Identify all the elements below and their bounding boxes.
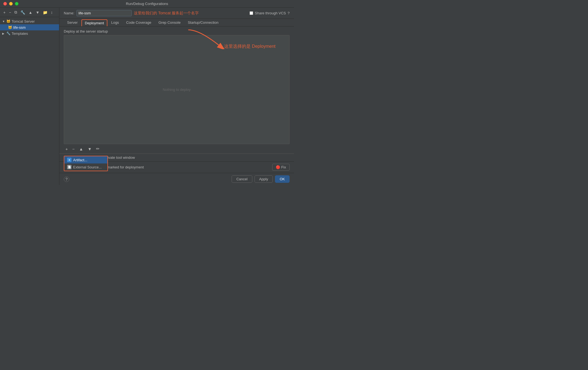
help-icon: ? <box>288 11 290 15</box>
name-bar: Name: 这里给我们的 Tomcat 服务起一个名字 Share throug… <box>59 8 294 19</box>
fix-icon: 🔴 <box>276 165 280 169</box>
sidebar-tree: ▼ 🐱 Tomcat Server 🐱 life-ssm ▶ 🔧 Templat… <box>0 17 59 185</box>
name-annotation: 这里给我们的 Tomcat 服务起一个名字 <box>134 11 199 16</box>
content-area: Name: 这里给我们的 Tomcat 服务起一个名字 Share throug… <box>59 8 294 185</box>
minimize-button[interactable] <box>9 2 13 6</box>
deploy-section: Deploy at the server startup Nothing to … <box>59 27 294 161</box>
ok-button[interactable]: OK <box>275 175 290 183</box>
sidebar-item-templates[interactable]: ▶ 🔧 Templates <box>0 30 59 36</box>
tab-code-coverage[interactable]: Code Coverage <box>123 19 155 26</box>
sidebar-item-tomcat-server[interactable]: ▼ 🐱 Tomcat Server <box>0 18 59 24</box>
tomcat-icon: 🐱 <box>6 19 10 23</box>
remove-config-button[interactable]: − <box>8 10 12 15</box>
deployment-annotation-container: 这里选择的是 Deployment <box>224 44 276 49</box>
traffic-lights <box>3 2 18 6</box>
expand-arrow-icon: ▼ <box>2 20 5 23</box>
title-bar: Run/Debug Configurations <box>0 0 294 8</box>
move-down-button[interactable]: ▼ <box>35 10 41 15</box>
deploy-up-button[interactable]: ▲ <box>78 146 85 152</box>
name-input[interactable] <box>76 10 132 16</box>
templates-icon: 🔧 <box>6 31 10 36</box>
sidebar-item-life-ssm[interactable]: 🐱 life-ssm <box>0 24 59 30</box>
main-layout: + − ⧉ 🔧 ▲ ▼ 📁 ↕ ▼ 🐱 Tomcat Server 🐱 life… <box>0 8 294 185</box>
maximize-button[interactable] <box>15 2 18 6</box>
fix-label: Fix <box>281 165 286 169</box>
deploy-add-button[interactable]: + <box>64 146 70 152</box>
deploy-remove-button[interactable]: − <box>71 146 76 152</box>
settings-button[interactable]: 🔧 <box>19 10 26 15</box>
dropdown-item-artifact[interactable]: ✦ Artifact... <box>64 156 107 163</box>
artifact-label: Artifact... <box>73 158 87 162</box>
deployment-annotation: 这里选择的是 Deployment <box>224 44 276 49</box>
sidebar: + − ⧉ 🔧 ▲ ▼ 📁 ↕ ▼ 🐱 Tomcat Server 🐱 life… <box>0 8 59 185</box>
tab-deployment[interactable]: Deployment <box>81 19 107 26</box>
deploy-label: Deploy at the server startup <box>59 27 294 35</box>
tabs-bar: Server Deployment Logs Code Coverage Gre… <box>59 19 294 27</box>
deploy-list-area: Nothing to deploy 这里选择的是 Deployment <box>64 35 290 144</box>
apply-button[interactable]: Apply <box>255 175 273 183</box>
close-button[interactable] <box>3 2 7 6</box>
help-button[interactable]: ? <box>64 176 69 182</box>
artifact-icon: ✦ <box>67 158 71 162</box>
external-label: External Source... <box>73 165 102 169</box>
fix-button[interactable]: 🔴 Fix <box>272 164 290 171</box>
deploy-edit-button[interactable]: ✏ <box>94 146 101 152</box>
folder-button[interactable]: 📁 <box>42 10 49 15</box>
share-label: Share through VCS <box>255 11 286 15</box>
deploy-down-button[interactable]: ▼ <box>86 146 93 152</box>
external-icon: 📄 <box>67 165 71 169</box>
templates-label: Templates <box>12 31 28 36</box>
tab-grep-console[interactable]: Grep Console <box>155 19 184 26</box>
dropdown-item-external[interactable]: 📄 External Source... <box>64 163 107 171</box>
deploy-toolbar: + − ▲ ▼ ✏ ✦ Artifact... 📄 External Sourc… <box>59 144 294 154</box>
nothing-text: Nothing to deploy <box>163 88 190 92</box>
sidebar-toolbar: + − ⧉ 🔧 ▲ ▼ 📁 ↕ <box>0 8 59 17</box>
sort-button[interactable]: ↕ <box>50 10 54 15</box>
bottom-bar: ? Cancel Apply OK <box>59 173 294 185</box>
dropdown-popup: ✦ Artifact... 📄 External Source... <box>64 156 108 171</box>
tab-logs[interactable]: Logs <box>108 19 122 26</box>
life-ssm-label: life-ssm <box>13 25 26 30</box>
tab-server[interactable]: Server <box>64 19 81 26</box>
cancel-button[interactable]: Cancel <box>232 175 252 183</box>
copy-config-button[interactable]: ⧉ <box>13 9 18 15</box>
share-area: Share through VCS ? <box>250 11 290 15</box>
share-checkbox[interactable] <box>250 11 253 15</box>
name-label: Name: <box>64 11 74 15</box>
templates-arrow-icon: ▶ <box>2 32 5 35</box>
life-ssm-icon: 🐱 <box>8 25 12 30</box>
tomcat-server-label: Tomcat Server <box>12 19 35 23</box>
add-config-button[interactable]: + <box>2 10 7 15</box>
window-title: Run/Debug Configurations <box>126 2 168 6</box>
move-up-button[interactable]: ▲ <box>27 10 33 15</box>
tab-startup[interactable]: Startup/Connection <box>184 19 222 26</box>
